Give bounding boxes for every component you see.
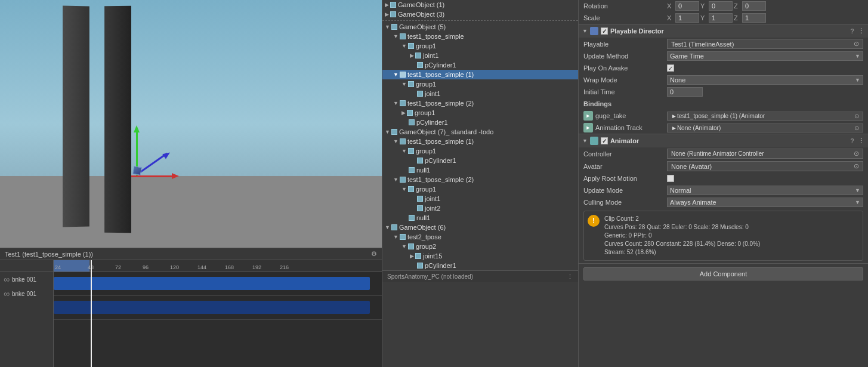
controller-row: Controller None (Runtime Animator Contro… [579, 147, 868, 160]
hierarchy-item-6[interactable]: joint1 [382, 51, 578, 60]
hierarchy-item-9[interactable]: group1 [382, 79, 578, 89]
bindings-label-row: Bindings [579, 98, 868, 110]
info-icon: ! [588, 215, 600, 227]
hierarchy-item-18[interactable]: null1 [382, 165, 578, 175]
wrap-mode-dd-arrow: ▼ [855, 77, 860, 83]
scale-label: Scale [583, 14, 667, 21]
cube-icon-19 [400, 177, 406, 183]
hierarchy-item-24[interactable]: GameObject (6) [382, 223, 578, 232]
hierarchy-item-1[interactable]: GameObject (3) [382, 10, 578, 19]
hierarchy-item-19[interactable]: test1_tpose_simple (2) [382, 175, 578, 184]
controller-value-box[interactable]: None (Runtime Animator Controller ⊙ [667, 149, 863, 159]
binding2-label: Animation Track [595, 124, 667, 131]
infinity-icon-0: ∞ [4, 275, 10, 284]
hierarchy-item-26[interactable]: group2 [382, 242, 578, 251]
pd-enabled-checkbox[interactable] [601, 27, 608, 35]
scale-x-val[interactable]: 1 [675, 13, 699, 23]
play-on-awake-checkbox[interactable] [667, 64, 674, 72]
cube-icon-17 [417, 158, 423, 164]
hierarchy-item-4[interactable]: test1_tpose_simple [382, 32, 578, 41]
avatar-value-container: None (Avatar) ⊙ [667, 161, 863, 171]
rotation-y-label: Y [700, 2, 708, 10]
tri-icon-4 [393, 33, 399, 39]
hierarchy-item-27[interactable]: joint15 [382, 251, 578, 261]
playable-director-section: ▼ Playable Director ? ⋮ Playable Test1 (… [579, 24, 868, 134]
wrap-mode-value: None [670, 76, 685, 84]
cube-icon-7 [417, 62, 423, 68]
hierarchy-item-5[interactable]: group1 [382, 41, 578, 51]
tri-icon-14 [385, 129, 390, 135]
hierarchy-item-22[interactable]: joint2 [382, 203, 578, 213]
hierarchy-item-8[interactable]: test1_tpose_simple (1) [382, 70, 578, 79]
update-method-dropdown[interactable]: Game Time ▼ [667, 51, 863, 61]
scale-y-val[interactable]: 1 [709, 13, 733, 23]
add-component-button[interactable]: Add Component [583, 267, 863, 280]
rotation-z-val[interactable]: 0 [742, 1, 766, 11]
avatar-value-box[interactable]: None (Avatar) ⊙ [667, 161, 863, 171]
update-mode-dropdown[interactable]: Normal ▼ [667, 186, 863, 195]
binding1-circle: ⊙ [854, 113, 859, 119]
cube-icon-4 [400, 33, 406, 39]
apply-root-motion-checkbox[interactable] [667, 175, 674, 182]
hierarchy-item-17[interactable]: pCylinder1 [382, 156, 578, 165]
rotation-x-val[interactable]: 0 [675, 1, 699, 11]
hierarchy-item-23[interactable]: null1 [382, 213, 578, 223]
hierarchy-item-15[interactable]: test1_tpose_simple (1) [382, 137, 578, 146]
pd-help-icon[interactable]: ? [850, 27, 854, 35]
hierarchy-item-21[interactable]: joint1 [382, 194, 578, 203]
hierarchy-item-13[interactable]: pCylinder1 [382, 118, 578, 127]
tri-icon-25 [393, 234, 399, 240]
cube-icon-20 [408, 186, 414, 192]
tri-icon-26 [401, 243, 407, 249]
tri-icon-16 [401, 148, 407, 154]
anim-enabled-checkbox[interactable] [601, 137, 608, 144]
cube-icon-14 [391, 129, 397, 135]
hierarchy-item-10[interactable]: joint1 [382, 89, 578, 98]
cube-icon-10 [417, 91, 423, 97]
playable-value-container: Test1 (TimelineAsset) ⊙ [667, 39, 863, 49]
hierarchy-item-14[interactable]: GameObject (7)_ standard -todo [382, 127, 578, 137]
play-on-awake-label: Play On Awake [583, 64, 667, 72]
tri-icon-5 [401, 43, 407, 49]
pd-collapse-tri: ▼ [582, 28, 588, 34]
controller-arrow: ⊙ [854, 150, 859, 158]
binding2-value[interactable]: ►None (Animator) ⊙ [667, 124, 863, 132]
timeline-area: Test1 (test1_tpose_simple (1)) ⚙ ∞ bnke … [0, 248, 382, 367]
separator [382, 20, 578, 21]
rotation-label: Rotation [583, 2, 667, 10]
hierarchy-item-0[interactable]: GameObject (1) [382, 0, 578, 10]
cube-icon-1 [390, 11, 396, 17]
hierarchy-item-12[interactable]: group1 [382, 108, 578, 118]
cube-icon-16 [408, 148, 414, 154]
anim-more-icon[interactable]: ⋮ [858, 137, 864, 145]
more-icon[interactable]: ⋮ [567, 273, 573, 280]
update-method-value-container: Game Time ▼ [667, 51, 863, 61]
rotation-y-val[interactable]: 0 [709, 1, 733, 11]
hierarchy-item-11[interactable]: test1_tpose_simple (2) [382, 98, 578, 108]
anim-help-icon[interactable]: ? [850, 137, 854, 144]
cube-icon-8 [400, 72, 406, 78]
wrap-mode-dropdown[interactable]: None ▼ [667, 75, 863, 85]
hierarchy-item-20[interactable]: group1 [382, 184, 578, 194]
timeline-title: Test1 (test1_tpose_simple (1)) [5, 251, 93, 258]
rotation-y-item: Y 0 [700, 1, 733, 11]
wrap-mode-label: Wrap Mode [583, 76, 667, 84]
playable-value-box[interactable]: Test1 (TimelineAsset) ⊙ [667, 39, 863, 49]
pd-more-icon[interactable]: ⋮ [858, 27, 864, 35]
culling-mode-dropdown[interactable]: Always Animate ▼ [667, 198, 863, 207]
culling-mode-dd-arrow: ▼ [855, 199, 860, 205]
hierarchy-item-3[interactable]: GameObject (5) [382, 22, 578, 32]
viewport[interactable]: Persp [0, 0, 382, 248]
hierarchy-item-7[interactable]: pCylinder1 [382, 60, 578, 70]
scale-z-val[interactable]: 1 [742, 13, 766, 23]
playable-director-header[interactable]: ▼ Playable Director ? ⋮ [579, 24, 868, 38]
hierarchy-item-25[interactable]: test2_tpose [382, 232, 578, 242]
settings-icon[interactable]: ⚙ [371, 250, 377, 258]
animator-header[interactable]: ▼ Animator ? ⋮ [579, 134, 868, 147]
hierarchy-item-28[interactable]: pCylinder1 [382, 261, 578, 270]
info-text-content: Clip Count: 2Curves Pos: 28 Quat: 28 Eul… [604, 215, 760, 255]
hierarchy-item-16[interactable]: group1 [382, 146, 578, 156]
tri-icon-9 [401, 81, 407, 87]
binding1-value[interactable]: ►test1_tpose_simple (1) (Animator ⊙ [667, 112, 863, 121]
initial-time-value[interactable]: 0 [667, 87, 703, 97]
